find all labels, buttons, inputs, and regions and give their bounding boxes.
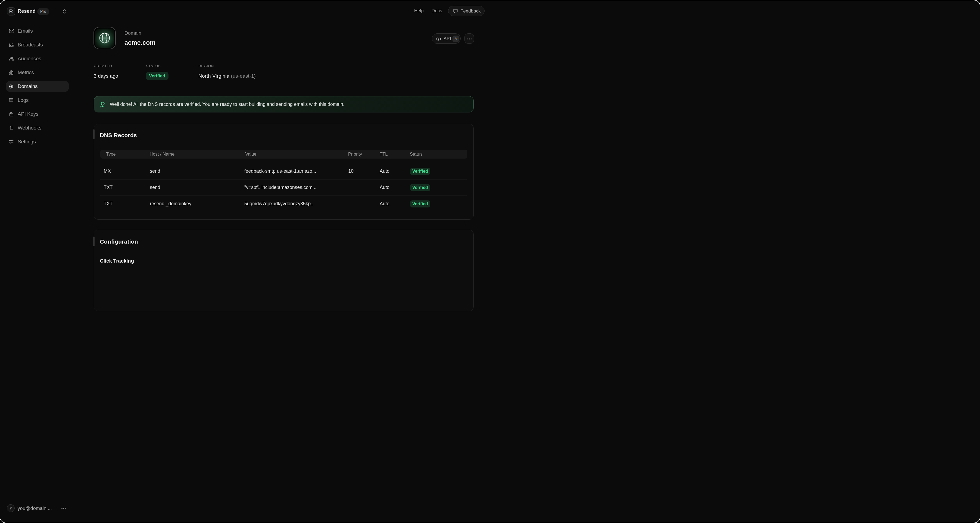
- svg-text:R: R: [9, 8, 13, 14]
